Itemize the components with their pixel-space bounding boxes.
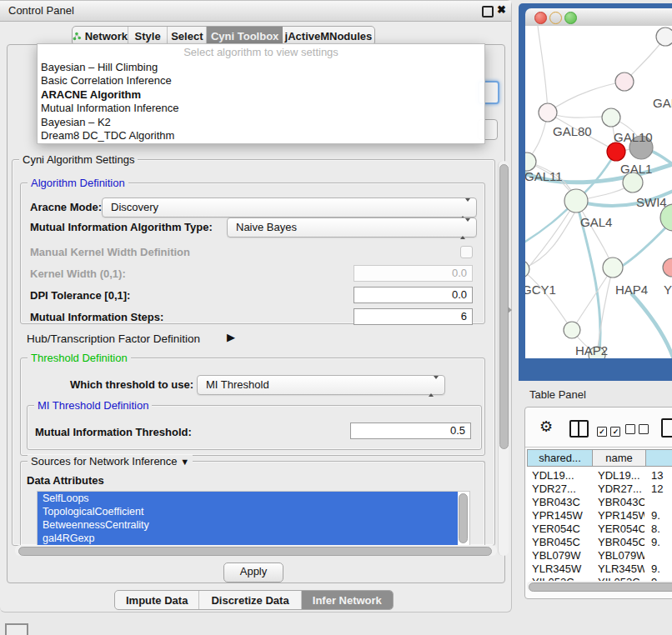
table-cell[interactable]: YDR27... [598,482,644,495]
zoom-traffic-light-icon[interactable] [564,12,577,24]
float-window-icon[interactable] [482,6,494,18]
settings-hscrollbar-thumb[interactable] [18,547,492,556]
tab-network[interactable]: Network [73,27,128,45]
table-row[interactable]: YBL079WYBL079W [527,548,672,562]
algorithm-option[interactable]: Bayesian – K2 [38,116,484,129]
data-attribute-item[interactable]: gal4RGexp [38,532,458,545]
table-cell[interactable]: YBR045C [598,536,644,548]
node-pink-right[interactable] [663,258,672,277]
table-cell[interactable]: YDR27... [532,482,591,495]
table-cell[interactable]: 12 [651,482,672,495]
kernel-width-field[interactable]: 0.0 [354,265,473,282]
splitter-handle-icon[interactable] [508,307,512,313]
table-hscrollbar-thumb[interactable] [529,582,672,592]
table-cell[interactable]: YPR145W [532,509,591,522]
network-window-titlebar[interactable] [525,8,672,27]
algorithm-option[interactable]: Basic Correlation Inference [38,74,484,88]
table-cell[interactable]: YDL19... [598,469,644,482]
column-header-shared-name[interactable]: shared... [527,449,593,467]
hub-tf-definition-toggle[interactable]: Hub/Transcription Factor Definition [27,332,200,345]
table-row[interactable]: YBR045CYBR045C9. [527,535,672,548]
collapsed-arrow-icon[interactable]: ▶ [227,331,235,343]
tab-impute-data[interactable]: Impute Data [115,591,199,609]
export-table-icon[interactable] [661,418,672,438]
threshold-definition-label: Threshold Definition [28,352,131,364]
table-row[interactable]: YLR345WYLR345W9. [527,562,672,575]
table-row[interactable]: YDL19...YDL19...13 [527,468,672,482]
node-HAP2[interactable] [564,322,580,338]
split-columns-icon[interactable] [569,420,589,438]
table-cell[interactable]: 9. [651,536,672,548]
algorithm-option[interactable]: ARACNE Algorithm [38,88,484,102]
settings-vscrollbar-track[interactable] [498,161,509,556]
algorithm-option-list: Bayesian – Hill ClimbingBasic Correlatio… [38,61,484,142]
mi-steps-field[interactable]: 6 [354,308,473,325]
which-threshold-label: Which threshold to use: [70,378,193,391]
table-row[interactable]: YBR043CYBR043C [527,495,672,508]
table-cell[interactable]: 9. [651,562,672,575]
apply-button[interactable]: Apply [223,562,283,582]
node-GAL80[interactable] [539,103,557,122]
table-cell[interactable]: YER054C [532,522,591,535]
which-threshold-combobox[interactable]: MI Threshold [197,375,445,395]
table-row[interactable]: YER054CYER054C8. [527,522,672,535]
table-cell[interactable]: YER054C [598,522,644,535]
algorithm-option[interactable]: Mutual Information Inference [38,102,484,115]
data-attribute-item[interactable]: BetweennessCentrality [38,518,458,532]
control-panel-titlebar[interactable]: Control Panel ✖ [0,1,511,22]
table-cell[interactable]: YBR043C [598,496,644,508]
dpi-tolerance-field[interactable]: 0.0 [354,287,473,303]
manual-kernel-checkbox[interactable] [460,246,473,258]
tab-select[interactable]: Select [168,27,207,45]
node-top-partial[interactable] [656,28,672,46]
algorithm-option[interactable]: Bayesian – Hill Climbing [38,61,484,74]
list-vscrollbar-thumb[interactable] [459,493,468,543]
table-cell[interactable]: 9. [651,509,672,522]
bottom-tabbar: Impute Data Discretize Data Infer Networ… [114,590,394,610]
table-cell[interactable]: YBL079W [532,549,591,562]
tab-jactivemnodules[interactable]: jActiveMNodules [283,27,374,45]
tab-style[interactable]: Style [128,27,168,45]
gear-icon[interactable]: ⚙ [539,418,553,436]
node-red[interactable] [607,142,625,161]
node-GAL11[interactable] [525,152,536,171]
column-header-partial[interactable] [646,449,672,467]
mi-type-combobox[interactable]: Naive Bayes [227,218,477,238]
table-cell[interactable]: 8. [651,522,672,535]
mi-type-label: Mutual Information Algorithm Type: [30,221,213,233]
table-cell[interactable]: YPR145W [598,509,644,522]
table-cell[interactable]: YBL079W [598,549,644,562]
table-row[interactable]: YPR145WYPR145W9. [527,508,672,522]
algorithm-dropdown-placeholder: Select algorithm to view settings [38,44,484,61]
deselect-all-columns-icon[interactable] [625,422,649,438]
tab-cyni-toolbox[interactable]: Cyni Toolbox [207,27,282,45]
table-cell[interactable]: YLR345W [598,562,644,575]
close-traffic-light-icon[interactable] [534,12,547,24]
column-header-name[interactable]: name [593,449,646,467]
minimize-traffic-light-icon[interactable] [549,12,562,24]
mi-threshold-field[interactable]: 0.5 [350,422,471,439]
expanded-arrow-icon[interactable]: ▼ [180,457,189,467]
node-GAL4[interactable] [564,189,588,212]
data-attribute-item[interactable]: TopologicalCoefficient [38,505,458,518]
data-attribute-item[interactable]: SelfLoops [38,492,458,505]
table-hscrollbar-track[interactable] [527,581,672,592]
table-cell[interactable]: YDL19... [532,469,591,482]
table-cell[interactable]: YLR345W [532,562,591,575]
node-HAP4[interactable] [603,258,623,278]
settings-hscrollbar-track[interactable] [15,545,497,556]
node-pink-upper[interactable] [615,72,634,91]
algorithm-option[interactable]: Dream8 DC_TDC Algorithm [38,129,484,142]
node-GAL10[interactable] [602,108,620,127]
table-row[interactable]: YDR27...YDR27...12 [527,482,672,495]
aracne-mode-combobox[interactable]: Discovery [102,198,477,218]
network-canvas[interactable]: GALGAL80GAL10GAL1GAL11SWI4GAL4GCY1HAP4YH… [525,26,672,358]
select-all-columns-icon[interactable]: ✓ ✓ [597,422,620,438]
tab-infer-network[interactable]: Infer Network [302,591,393,609]
table-cell[interactable]: YBR043C [532,496,591,508]
close-icon[interactable]: ✖ [497,3,506,16]
data-attributes-list[interactable]: SelfLoopsTopologicalCoefficientBetweenne… [37,491,470,546]
tab-discretize-data[interactable]: Discretize Data [199,591,301,609]
table-cell[interactable]: YBR045C [532,536,591,548]
table-cell[interactable]: 13 [651,469,672,482]
